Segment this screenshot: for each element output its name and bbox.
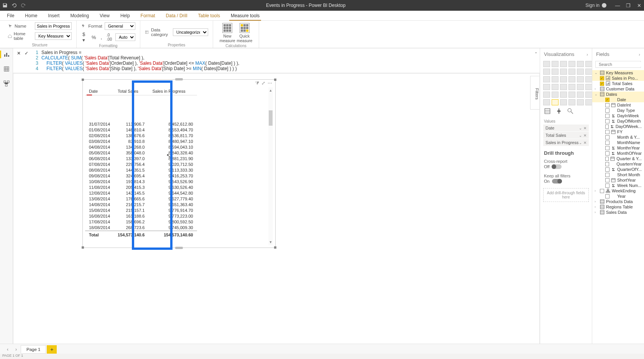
viz-type-icon[interactable] bbox=[568, 92, 575, 98]
sign-in-button[interactable]: Sign in bbox=[585, 3, 606, 8]
viz-type-icon[interactable] bbox=[543, 76, 550, 82]
formula-expand-icon[interactable]: ⌄ bbox=[532, 48, 540, 73]
more-options-icon[interactable]: ⋯ bbox=[268, 80, 272, 86]
checkbox-icon[interactable] bbox=[605, 151, 610, 156]
viz-type-icon[interactable] bbox=[577, 92, 584, 98]
data-view-icon[interactable] bbox=[3, 65, 10, 73]
chevron-down-icon[interactable]: ⌄ bbox=[579, 133, 582, 138]
ribbon-tab-table-tools[interactable]: Table tools bbox=[193, 11, 225, 20]
viz-type-icon[interactable] bbox=[560, 92, 567, 98]
viz-type-icon[interactable] bbox=[568, 76, 575, 82]
table-key-measures[interactable]: ⌄Key Measures bbox=[592, 70, 644, 75]
maximize-icon[interactable]: ❐ bbox=[626, 3, 631, 8]
field-item[interactable]: ΣMonthnYear bbox=[592, 145, 644, 151]
table-visual[interactable]: ⧩ ⤢ ⋯ Date Total Sales Sales in Progress bbox=[82, 79, 276, 248]
undo-icon[interactable] bbox=[12, 3, 17, 8]
checkbox-icon[interactable] bbox=[605, 98, 610, 102]
field-item[interactable]: DateInt bbox=[592, 102, 644, 108]
checkbox-icon[interactable] bbox=[600, 82, 604, 86]
decimal-decrease-button[interactable]: .0.00 bbox=[105, 33, 113, 41]
checkbox-icon[interactable] bbox=[605, 130, 610, 134]
column-header-date[interactable]: Date bbox=[85, 87, 114, 95]
ribbon-tab-home[interactable]: Home bbox=[20, 11, 43, 20]
field-item[interactable]: QuarternYear bbox=[592, 161, 644, 167]
vertical-scrollbar[interactable]: ▲ ▼ bbox=[268, 87, 273, 245]
page-tab[interactable]: Page 1 bbox=[21, 345, 46, 354]
field-item[interactable]: ›WeekEnding bbox=[592, 188, 644, 193]
field-item[interactable]: ΣDayOfMonth bbox=[592, 118, 644, 124]
formula-editor[interactable]: 1Sales in Progress =2CALCULATE( SUM( 'Sa… bbox=[32, 48, 532, 73]
ribbon-tab-modeling[interactable]: Modeling bbox=[65, 11, 94, 20]
cross-report-toggle[interactable]: Off bbox=[540, 164, 592, 172]
viz-type-icon[interactable] bbox=[577, 61, 584, 67]
viz-type-icon[interactable] bbox=[568, 84, 575, 90]
viz-type-icon[interactable] bbox=[543, 61, 550, 67]
field-item[interactable]: Sales in Pro... bbox=[592, 75, 644, 81]
viz-type-icon[interactable] bbox=[552, 92, 559, 98]
filters-pane-tab[interactable]: Filters bbox=[530, 76, 539, 110]
minimize-icon[interactable]: — bbox=[615, 3, 620, 8]
prev-page-icon[interactable]: ‹ bbox=[4, 347, 12, 352]
chevron-down-icon[interactable]: ⌄ bbox=[579, 126, 582, 130]
keep-filters-toggle[interactable]: On bbox=[540, 178, 592, 187]
next-page-icon[interactable]: › bbox=[12, 347, 20, 352]
viz-type-icon[interactable] bbox=[543, 84, 550, 90]
add-page-button[interactable]: + bbox=[47, 345, 57, 354]
viz-type-icon[interactable] bbox=[560, 84, 567, 90]
checkbox-icon[interactable] bbox=[605, 103, 610, 107]
checkbox-icon[interactable] bbox=[605, 173, 610, 177]
field-item[interactable]: Total Sales bbox=[592, 81, 644, 86]
resize-handle-icon[interactable] bbox=[274, 79, 276, 81]
collapse-icon[interactable]: › bbox=[586, 52, 588, 57]
drag-handle-icon[interactable] bbox=[175, 78, 183, 80]
table-regions[interactable]: ›Regions Table bbox=[592, 204, 644, 210]
field-well[interactable]: Total Sales⌄✕ bbox=[543, 132, 589, 139]
viz-type-icon[interactable] bbox=[568, 99, 575, 105]
viz-type-icon[interactable] bbox=[577, 84, 584, 90]
checkbox-icon[interactable] bbox=[605, 146, 610, 150]
remove-field-icon[interactable]: ✕ bbox=[583, 141, 586, 145]
resize-handle-icon[interactable] bbox=[274, 246, 276, 249]
new-measure-button[interactable]: New measure bbox=[220, 22, 235, 43]
viz-type-icon[interactable] bbox=[552, 76, 559, 82]
remove-field-icon[interactable]: ✕ bbox=[583, 126, 586, 130]
table-dates[interactable]: ⌄Dates bbox=[592, 92, 644, 97]
checkbox-icon[interactable] bbox=[605, 194, 610, 198]
checkbox-icon[interactable] bbox=[605, 119, 610, 123]
resize-handle-icon[interactable] bbox=[82, 79, 84, 81]
viz-type-icon[interactable] bbox=[552, 69, 559, 75]
ribbon-tab-insert[interactable]: Insert bbox=[43, 11, 65, 20]
checkbox-icon[interactable] bbox=[605, 125, 609, 129]
table-products-data[interactable]: ›Products Data bbox=[592, 199, 644, 204]
ribbon-tab-data-drill[interactable]: Data / Drill bbox=[161, 11, 193, 20]
viz-type-icon[interactable] bbox=[552, 99, 559, 105]
field-item[interactable]: FY bbox=[592, 129, 644, 134]
resize-handle-icon[interactable] bbox=[82, 246, 84, 249]
checkbox-icon[interactable] bbox=[600, 76, 604, 80]
analytics-tab-icon[interactable] bbox=[567, 108, 574, 115]
viz-type-icon[interactable] bbox=[577, 99, 584, 105]
field-item[interactable]: ΣQuarterOfY... bbox=[592, 167, 644, 172]
save-icon[interactable] bbox=[2, 3, 8, 8]
checkbox-icon[interactable] bbox=[605, 114, 610, 118]
checkbox-icon[interactable] bbox=[605, 167, 610, 172]
viz-type-icon[interactable] bbox=[560, 76, 567, 82]
viz-type-icon[interactable] bbox=[560, 61, 567, 67]
checkbox-icon[interactable] bbox=[605, 162, 609, 166]
fields-search[interactable] bbox=[595, 61, 641, 68]
checkbox-icon[interactable] bbox=[605, 141, 610, 145]
drag-handle-icon[interactable] bbox=[175, 247, 183, 249]
format-select[interactable]: General bbox=[105, 22, 135, 30]
search-input[interactable] bbox=[599, 62, 644, 67]
file-tab[interactable]: File bbox=[2, 11, 20, 20]
table-customer-data[interactable]: ›Customer Data bbox=[592, 86, 644, 92]
percent-button[interactable]: % bbox=[90, 34, 97, 40]
field-item[interactable]: MonthName bbox=[592, 140, 644, 145]
field-item[interactable]: ΣMonthOfYear bbox=[592, 151, 644, 156]
viz-type-icon[interactable] bbox=[552, 61, 559, 67]
ribbon-tab-measure-tools[interactable]: Measure tools bbox=[225, 11, 265, 20]
scroll-up-icon[interactable]: ▲ bbox=[268, 88, 273, 93]
viz-type-icon[interactable] bbox=[552, 84, 559, 90]
checkbox-icon[interactable] bbox=[600, 189, 604, 193]
scroll-down-icon[interactable]: ▼ bbox=[268, 240, 273, 244]
